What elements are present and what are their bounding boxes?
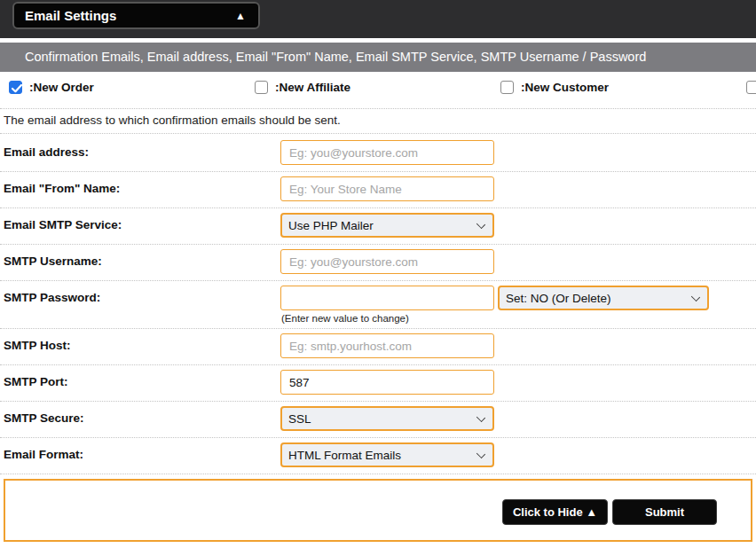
click-to-hide-button[interactable]: Click to Hide ▲ xyxy=(502,499,608,525)
field-row-from-name: Email "From" Name: xyxy=(0,176,756,201)
field-label: Email Format: xyxy=(4,442,83,467)
smtp-secure-select-wrap: SSL xyxy=(280,406,494,431)
submit-button[interactable]: Submit xyxy=(612,499,717,525)
divider xyxy=(0,280,756,281)
checkbox-new-order[interactable]: :New Order xyxy=(9,81,94,94)
field-row-smtp-username: SMTP Username: xyxy=(0,249,756,274)
field-label: SMTP Port: xyxy=(4,370,68,395)
field-row-email-format: Email Format: HTML Format Emails xyxy=(0,442,756,467)
checkbox-cutoff[interactable] xyxy=(746,81,756,94)
email-format-select[interactable]: HTML Format Emails xyxy=(280,442,494,467)
smtp-service-select-wrap: Use PHP Mailer xyxy=(280,213,494,238)
divider xyxy=(0,437,756,438)
field-label: SMTP Secure: xyxy=(4,406,84,431)
smtp-secure-select[interactable]: SSL xyxy=(280,406,494,431)
checkbox-unchecked-icon[interactable] xyxy=(255,81,268,94)
field-label: Email "From" Name: xyxy=(4,176,120,201)
notification-checkbox-row: :New Order :New Affiliate :New Customer xyxy=(0,72,756,108)
divider xyxy=(0,133,756,134)
email-address-input[interactable] xyxy=(280,140,494,165)
checkbox-new-affiliate[interactable]: :New Affiliate xyxy=(255,81,350,94)
field-row-smtp-password: SMTP Password: (Enter new value to chang… xyxy=(0,286,756,325)
divider xyxy=(0,171,756,172)
divider xyxy=(0,364,756,365)
field-row-smtp-port: SMTP Port: xyxy=(0,370,756,395)
email-format-select-wrap: HTML Format Emails xyxy=(280,442,494,467)
checkbox-unchecked-icon[interactable] xyxy=(746,81,756,94)
smtp-username-input[interactable] xyxy=(280,249,494,274)
field-label: Email address: xyxy=(4,140,89,165)
field-row-smtp-host: SMTP Host: xyxy=(0,333,756,358)
checkbox-checked-icon[interactable] xyxy=(9,81,22,94)
checkbox-label: :New Customer xyxy=(521,81,609,94)
password-set-select[interactable]: Set: NO (Or Delete) xyxy=(498,286,709,310)
field-label: SMTP Username: xyxy=(4,249,102,274)
field-row-smtp-service: Email SMTP Service: Use PHP Mailer xyxy=(0,213,756,238)
divider xyxy=(0,401,756,402)
checkbox-label: :New Affiliate xyxy=(275,81,350,94)
confirmation-email-description: The email address to which confirmation … xyxy=(4,114,341,127)
field-label: Email SMTP Service: xyxy=(4,213,122,238)
smtp-host-input[interactable] xyxy=(280,333,494,358)
divider xyxy=(0,328,756,329)
section-summary-bar: Confirmation Emails, Email address, Emai… xyxy=(0,43,756,72)
email-settings-header-toggle[interactable]: Email Settings ▲ xyxy=(12,2,260,29)
smtp-service-select[interactable]: Use PHP Mailer xyxy=(280,213,494,238)
divider xyxy=(0,474,756,474)
collapse-arrow-icon: ▲ xyxy=(235,10,246,22)
password-change-note: (Enter new value to change) xyxy=(281,313,409,324)
checkbox-label: :New Order xyxy=(29,81,94,94)
checkbox-unchecked-icon[interactable] xyxy=(500,81,514,94)
field-row-email-address: Email address: xyxy=(0,140,756,165)
password-set-select-wrap: Set: NO (Or Delete) xyxy=(498,286,709,310)
field-label: SMTP Host: xyxy=(4,333,71,358)
divider xyxy=(0,207,756,208)
email-settings-page: Email Settings ▲ Confirmation Emails, Em… xyxy=(0,0,756,548)
page-title: Email Settings xyxy=(25,8,116,23)
smtp-port-input[interactable] xyxy=(280,370,494,395)
checkbox-new-customer[interactable]: :New Customer xyxy=(500,81,609,94)
field-row-smtp-secure: SMTP Secure: SSL xyxy=(0,406,756,431)
divider xyxy=(0,108,756,109)
divider xyxy=(0,244,756,245)
field-label: SMTP Password: xyxy=(4,286,100,310)
from-name-input[interactable] xyxy=(280,176,494,201)
smtp-password-input[interactable] xyxy=(280,286,494,310)
